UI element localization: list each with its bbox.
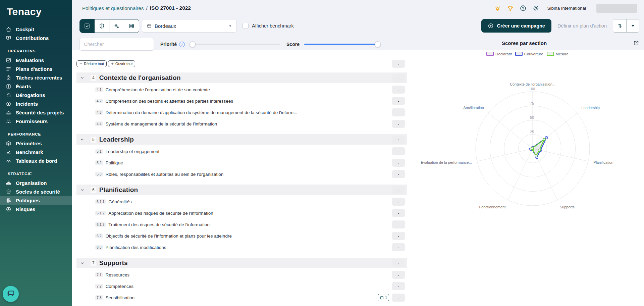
sidebar-item-tableaux-de-bord[interactable]: Tableaux de bord	[0, 156, 72, 165]
legend-item-couverture[interactable]: Couverture	[515, 52, 543, 56]
section-title: Planification	[99, 186, 138, 194]
list-item-5-2[interactable]: 5.2Politique-	[76, 158, 407, 167]
view-button-grid[interactable]	[124, 19, 139, 33]
sidebar-section-title: STRATÉGIE	[0, 165, 72, 178]
shield-icon	[99, 23, 105, 29]
chevron-down-icon[interactable]	[80, 188, 85, 192]
sidebar-item-ecarts[interactable]: Écarts	[0, 82, 72, 91]
legend-item-declaratif[interactable]: Déclaratif	[486, 52, 512, 56]
sidebar-item-perimetres[interactable]: Périmètres	[0, 139, 72, 148]
section-header-7[interactable]: 7Supports-	[76, 258, 407, 268]
define-action-plan-button[interactable]: Définir un plan d'action	[557, 23, 607, 29]
chevron-down-icon[interactable]	[80, 75, 85, 80]
alert-square-icon	[6, 84, 11, 89]
list-item-5-1[interactable]: 5.1Leadership et engagement-	[76, 147, 407, 156]
sidebar-item-label: Politiques	[16, 198, 40, 203]
list-item-6-1-1[interactable]: 6.1.1Généralités-	[76, 197, 407, 206]
sidebar-item-label: Tâches récurrentes	[16, 75, 62, 81]
plus-icon	[111, 62, 114, 65]
item-label: Compréhension de l'organisation et de so…	[106, 87, 210, 92]
user-name-redacted[interactable]	[596, 4, 637, 13]
section-title: Leadership	[99, 136, 134, 143]
section-header-6[interactable]: 6Planification-	[76, 185, 407, 195]
create-campaign-button[interactable]: Créer une campagne	[481, 19, 551, 33]
sidebar-item-cockpit[interactable]: Cockpit	[0, 25, 72, 34]
sidebar-item-securite-des-projets[interactable]: Sécurité des projets	[0, 108, 72, 117]
item-score-badge: -	[392, 120, 405, 128]
caret-down-icon	[631, 25, 635, 27]
gap-count-badge[interactable]: 1	[378, 294, 389, 301]
benchmark-icon	[6, 149, 11, 155]
clipboard-check-icon	[6, 75, 11, 81]
sidebar-item-label: Incidents	[16, 101, 38, 107]
sidebar-item-contributions[interactable]: Contributions	[0, 34, 72, 42]
list-item-4-4[interactable]: 4.4Système de management de la sécurité …	[76, 119, 407, 129]
radar-axis-label: Amélioration	[463, 106, 484, 110]
benchmark-checkbox[interactable]	[243, 23, 249, 29]
sidebar-item-benchmark[interactable]: Benchmark	[0, 148, 72, 156]
section-title: Contexte de l'organisation	[99, 74, 181, 82]
list-item-7-2[interactable]: 7.2Compétences-	[76, 282, 407, 291]
sidebar-item-evaluations[interactable]: Évaluations	[0, 56, 72, 64]
section-header-4[interactable]: 4Contexte de l'organisation-	[76, 72, 407, 83]
radar-axis-label: Fonctionnement	[479, 205, 505, 209]
item-number: 6.1.3	[95, 222, 106, 227]
view-button-gears[interactable]	[109, 19, 124, 33]
view-button-check-square[interactable]	[80, 19, 95, 33]
sidebar-item-incidents[interactable]: Incidents	[0, 99, 72, 108]
external-link-icon[interactable]	[633, 40, 639, 46]
sidebar-item-derogations[interactable]: Dérogations	[0, 91, 72, 99]
benchmark-checkbox-row[interactable]: Afficher benchmark	[243, 23, 294, 29]
list-item-7-3[interactable]: 7.3Sensibilisation1-	[76, 293, 407, 302]
score-slider-handle[interactable]	[375, 41, 381, 47]
notifications-bell-icon[interactable]	[494, 5, 501, 12]
list-item-6-2[interactable]: 6.2Objectifs de sécurité de l'informatio…	[76, 231, 407, 241]
priority-info-icon[interactable]: i	[179, 42, 185, 47]
section-number: 5	[91, 137, 96, 143]
scope-select[interactable]: Bordeaux ▼	[142, 19, 236, 33]
list-item-6-1-2[interactable]: 6.1.2Appréciation des risques de sécurit…	[76, 208, 407, 218]
settings-gear-icon[interactable]	[532, 5, 539, 12]
app-logo[interactable]: Tenacy	[0, 6, 72, 17]
section-number: 6	[91, 187, 96, 193]
list-item-6-1-3[interactable]: 6.1.3Traitement des risques de sécurité …	[76, 220, 407, 229]
priority-slider-track[interactable]	[190, 44, 280, 45]
list-item-4-1[interactable]: 4.1Compréhension de l'organisation et de…	[76, 85, 407, 94]
list-item-6-3[interactable]: 6.3Planification des modifications-	[76, 243, 407, 252]
list-item-7-1[interactable]: 7.1Ressources-	[76, 270, 407, 279]
sort-options-caret-button[interactable]	[627, 19, 639, 32]
users-icon	[6, 118, 11, 124]
priority-slider[interactable]	[190, 41, 280, 47]
search-input[interactable]	[79, 38, 154, 51]
sidebar-item-organisation[interactable]: Organisation	[0, 178, 72, 187]
view-button-shield[interactable]	[95, 19, 109, 33]
list-item-4-3[interactable]: 4.3Détermination du domaine d'applicatio…	[76, 108, 407, 117]
chevron-down-icon[interactable]	[80, 137, 85, 142]
expand-all-button[interactable]: Ouvrir tout	[108, 60, 135, 67]
help-icon[interactable]	[520, 5, 527, 12]
grid-icon	[128, 23, 135, 29]
score-slider[interactable]	[304, 41, 381, 47]
sidebar-item-politiques[interactable]: Politiques	[0, 196, 72, 205]
sidebar-item-fournisseurs[interactable]: Fournisseurs	[0, 117, 72, 125]
list-icon	[6, 66, 11, 72]
priority-slider-handle[interactable]	[190, 41, 196, 47]
sort-button[interactable]	[613, 19, 627, 32]
tips-bulb-icon[interactable]	[507, 5, 514, 12]
legend-item-mesure[interactable]: Mesuré	[547, 52, 569, 56]
score-slider-track[interactable]	[304, 44, 381, 45]
item-label: Objectifs de sécurité de l'information e…	[106, 234, 232, 239]
list-item-5-3[interactable]: 5.3Rôles, responsabilités et autorités a…	[76, 169, 407, 179]
chevron-down-icon[interactable]	[80, 261, 85, 265]
section-header-5[interactable]: 5Leadership-	[76, 134, 407, 145]
breadcrumb-parent-link[interactable]: Politiques et questionnaires	[82, 5, 144, 11]
sidebar-item-socles-de-securite[interactable]: Socles de sécurité	[0, 187, 72, 196]
item-score-badge: -	[392, 147, 405, 155]
sidebar-item-risques[interactable]: Risques	[0, 205, 72, 213]
organization-name[interactable]: Sibina International	[547, 6, 586, 11]
collapse-all-button[interactable]: Réduire tout	[76, 60, 107, 67]
sidebar-item-taches-recurrentes[interactable]: Tâches récurrentes	[0, 73, 72, 82]
chat-launcher-button[interactable]	[3, 286, 19, 302]
list-item-4-2[interactable]: 4.2Compréhension des besoins et attentes…	[76, 96, 407, 106]
sidebar-item-plans-d-actions[interactable]: Plans d'actions	[0, 64, 72, 73]
